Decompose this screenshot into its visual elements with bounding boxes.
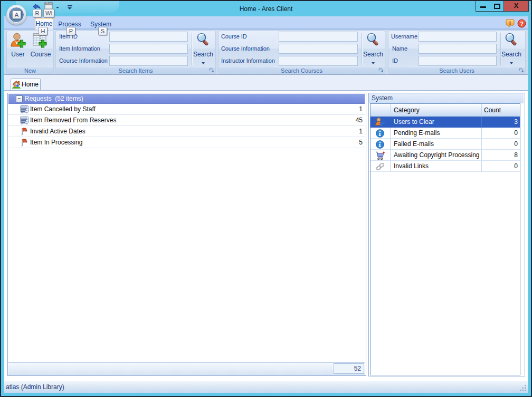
svg-text:i: i — [509, 20, 511, 26]
svg-text:?: ? — [520, 21, 524, 27]
